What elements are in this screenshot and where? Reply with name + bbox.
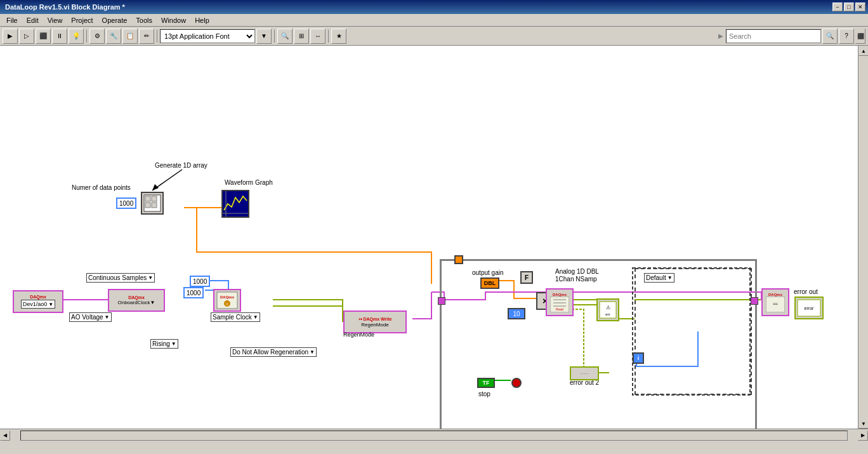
dropdown-arrow-dev1: ▼ [48,302,53,307]
numeric-1000-top[interactable]: 1000 [116,197,136,209]
svg-text:≡: ≡ [226,302,228,306]
run-arrow-btn[interactable]: ▶ [3,29,18,44]
daqmx-write-label: RegenMode [361,322,389,328]
svg-text:≈≈: ≈≈ [773,302,778,306]
sep1 [86,30,87,43]
shift-reg-left [438,297,445,305]
font-arrow-btn[interactable]: ▼ [256,29,272,44]
daqmx-read-node[interactable]: DAQmx Read [546,288,574,316]
search-btn[interactable]: 🔍 [822,29,838,44]
daqmx-final-node[interactable]: DAQmx ≈≈ [761,288,789,316]
minimize-button[interactable]: − [832,3,843,11]
dev1-dropdown[interactable]: Dev1/ao0 ▼ [21,300,55,309]
svg-rect-7 [152,203,157,208]
waveform-graph-node[interactable] [221,190,249,218]
generate-1d-array-label: Generate 1D array [155,162,207,169]
tool1-btn[interactable]: ⚙ [89,29,105,44]
regenmode-label: RegenMode [343,331,374,338]
onboard-clock-node[interactable]: DAQmx OnboardClock ▼ [108,289,165,312]
dbl-constant[interactable]: DBL [480,277,499,289]
svg-rect-6 [145,203,150,208]
scroll-track-bottom[interactable] [20,431,848,441]
svg-marker-2 [152,184,159,190]
help-btn[interactable]: ? [839,29,854,44]
dropdown-arrow-rising: ▼ [171,341,176,347]
light-btn[interactable]: 💡 [69,29,84,44]
scrollbar-bottom[interactable]: ◀ ▶ [0,429,868,441]
numeric-10[interactable]: 10 [508,308,525,319]
ao-voltage-dropdown[interactable]: AO Voltage ▼ [69,312,112,322]
waveform-graph-label: Waveform Graph [225,179,273,186]
scroll-down-btn[interactable]: ▼ [858,418,868,429]
abort-btn[interactable]: ⬛ [36,29,51,44]
sep3 [274,30,275,43]
svg-text:DAQmx: DAQmx [220,295,235,299]
menu-file[interactable]: File [3,15,22,25]
svg-line-1 [152,170,182,190]
dropdown-arrow-ao: ▼ [105,314,110,320]
dropdown-arrow-clock: ▼ [150,300,155,305]
menu-window[interactable]: Window [157,15,190,25]
error-cluster-node[interactable]: ⚠ err [596,298,619,321]
run-btn[interactable]: ▷ [19,29,34,44]
svg-text:error: error [805,306,814,310]
dev1-node[interactable]: DAQmx Dev1/ao0 ▼ [13,290,63,313]
menu-project[interactable]: Project [67,15,96,25]
dropdown-arrow-regen: ▼ [310,349,315,355]
menu-tools[interactable]: Tools [132,15,156,25]
menu-view[interactable]: View [44,15,67,25]
close-button[interactable]: ✕ [855,3,865,11]
continuous-samples-dropdown[interactable]: Continuous Samples ▼ [86,273,155,283]
svg-rect-4 [145,196,150,201]
title-bar: DataLoop Rev1.5.vi Block Diagram * − □ ✕ [0,0,868,14]
f-indicator[interactable]: F [520,271,533,284]
pause-btn[interactable]: ⏸ [52,29,67,44]
scroll-track-right[interactable] [858,56,868,418]
search-input[interactable] [726,29,821,43]
numeric-1000-bot[interactable]: 1000 [183,287,204,298]
generate-array-node[interactable] [141,192,164,215]
shift-reg-right [751,297,758,305]
do-not-allow-regen-dropdown[interactable]: Do Not Allow Regeneration ▼ [230,347,317,357]
error-out-label: error out [794,288,818,295]
1chan-nsamp-label: 1Chan NSamp [555,276,597,283]
sep4 [328,30,329,43]
orange-connector-top [454,255,463,264]
grid-btn[interactable]: ⊞ [294,29,309,44]
svg-rect-8 [223,191,248,217]
numer-data-points-label: Numer of data points [72,184,131,191]
daqmx-write-node[interactable]: ↣ DAQmx Write RegenMode [343,310,407,333]
output-gain-label: output gain [472,269,504,276]
scroll-up-btn[interactable]: ▲ [858,46,868,56]
arrow-btn[interactable]: ↔ [310,29,326,44]
tool2-btn[interactable]: 🔧 [106,29,121,44]
dropdown-arrow-1: ▼ [148,275,153,281]
rising-dropdown[interactable]: Rising ▼ [150,339,178,349]
menu-operate[interactable]: Operate [98,15,131,25]
palette-btn[interactable]: ⬛ [855,29,865,44]
error-out-indicator: error [794,297,824,319]
menu-help[interactable]: Help [191,15,213,25]
window-title: DataLoop Rev1.5.vi Block Diagram * [3,3,125,11]
svg-text:⚠: ⚠ [606,305,610,310]
scroll-left-btn[interactable]: ◀ [0,431,10,441]
analog-1d-dbl-label: Analog 1D DBL [555,268,599,275]
menu-bar: File Edit View Project Operate Tools Win… [0,14,868,27]
numeric-1000-mid[interactable]: 1000 [190,276,210,287]
sample-clock-dropdown[interactable]: Sample Clock ▼ [211,312,260,322]
font-selector[interactable]: 13pt Application Font [160,29,255,43]
scroll-right-btn[interactable]: ▶ [858,431,868,441]
zoom-btn[interactable]: 🔍 [277,29,293,44]
tool3-btn[interactable]: 📋 [122,29,138,44]
daqmx-node-mid[interactable]: DAQmx ≡ [213,289,241,312]
extra-btn[interactable]: ★ [331,29,346,44]
menu-edit[interactable]: Edit [23,15,43,25]
main-canvas: Generate 1D array Numer of data points 1… [0,46,868,441]
tf-bool-constant[interactable]: TF [477,378,495,388]
window-controls[interactable]: − □ ✕ [832,3,865,11]
tool4-btn[interactable]: ✏ [139,29,154,44]
stop-button[interactable] [511,378,522,388]
svg-rect-5 [152,196,157,201]
scrollbar-right[interactable]: ▲ ▼ [858,46,868,429]
maximize-button[interactable]: □ [844,3,854,11]
